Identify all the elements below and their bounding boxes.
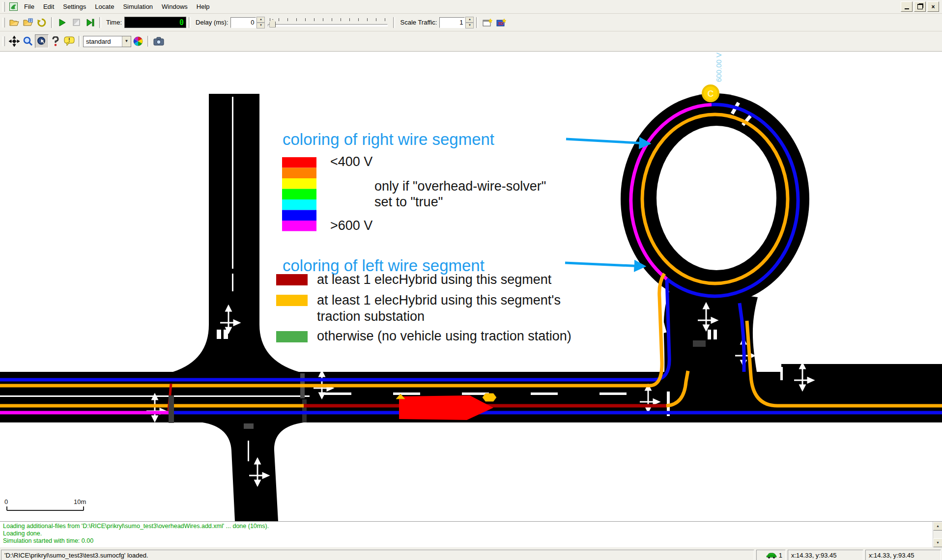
- delay-slider[interactable]: [267, 16, 389, 29]
- toolbar-grip[interactable]: [2, 36, 5, 46]
- delay-input[interactable]: 0: [230, 17, 256, 28]
- delay-label: Delay (ms):: [193, 19, 230, 26]
- minimize-icon: [905, 8, 909, 9]
- legend-swatch-substation-in-use: [276, 295, 308, 306]
- scale-traffic-input[interactable]: 1: [439, 17, 465, 28]
- scale-traffic-spinner: 1 ▲ ▼: [439, 17, 474, 28]
- camera-icon: [153, 37, 164, 46]
- loaded-config-text: 'D:\RICE\prikryl\sumo_test3\test3.sumocf…: [4, 552, 148, 559]
- menu-help[interactable]: Help: [192, 1, 214, 12]
- message-line: Simulation started with time: 0.00: [3, 537, 939, 545]
- delay-spin-down[interactable]: ▼: [257, 23, 265, 28]
- chevron-down-icon[interactable]: ▼: [122, 36, 131, 47]
- zoom-select-button[interactable]: [35, 34, 49, 48]
- new-view-icon: [483, 18, 492, 27]
- window-controls: ×: [901, 1, 941, 12]
- left-wire-legend: at least 1 elecHybrid using this segment…: [276, 272, 571, 343]
- menu-bar: File Edit Settings Locate Simulation Win…: [0, 0, 942, 14]
- legend-label-substation-in-use-2: traction substation: [317, 309, 425, 324]
- voltage-scale-swatch: [282, 210, 316, 221]
- slider-groove: [268, 24, 388, 27]
- toolbar-grip[interactable]: [2, 18, 5, 28]
- svg-text:!: !: [68, 37, 70, 43]
- reload-button[interactable]: [35, 16, 49, 29]
- new-3d-view-button[interactable]: 3D: [494, 16, 508, 29]
- scale-spin-up[interactable]: ▲: [465, 17, 474, 23]
- vertical-road-south: [202, 422, 304, 521]
- color-scheme-value: standard: [84, 37, 122, 46]
- menu-file[interactable]: File: [20, 1, 39, 12]
- menu-edit[interactable]: Edit: [39, 1, 58, 12]
- toolbar-separator: [79, 36, 81, 47]
- time-display: 0: [124, 17, 186, 28]
- open-folder-icon: [9, 19, 19, 27]
- minimize-button[interactable]: [901, 1, 913, 12]
- play-icon: [58, 19, 66, 27]
- right-wire-title: coloring of right wire segment: [283, 130, 494, 148]
- stop-button[interactable]: [69, 16, 83, 29]
- tooltip-bubble-icon: !: [64, 36, 75, 46]
- voltage-scale-swatch: [282, 157, 316, 168]
- edit-viewport-button[interactable]: [49, 34, 62, 48]
- voltage-scale-swatch: [282, 199, 316, 210]
- toolbar-separator: [189, 17, 191, 28]
- message-line: Loading done.: [3, 530, 939, 537]
- toolbar-separator: [99, 17, 101, 28]
- scale-spin-down[interactable]: ▼: [465, 23, 474, 28]
- simulation-toolbar: Time: 0 Delay (ms): 0 ▲ ▼ Scale Traffic:…: [0, 14, 942, 31]
- menu-simulation[interactable]: Simulation: [118, 1, 157, 12]
- vehicle-count-icon: [766, 552, 777, 559]
- question-mark-icon: [51, 36, 60, 46]
- east-road-widening: [781, 364, 942, 403]
- menu-locate[interactable]: Locate: [90, 1, 118, 12]
- show-tooltips-button[interactable]: !: [62, 34, 76, 48]
- legend-label-substation-in-use: at least 1 elecHybrid using this segment…: [317, 293, 561, 308]
- close-button[interactable]: ×: [927, 1, 939, 12]
- toolbar-separator: [476, 17, 478, 28]
- solver-note-line2: set to "true": [374, 195, 443, 209]
- scale-bar-end: 10m: [74, 498, 86, 505]
- message-window: Loading additional-files from 'D:\RICE\p…: [0, 521, 942, 547]
- scroll-up-button[interactable]: ▲: [933, 522, 942, 531]
- magnifier-cursor-icon: [37, 36, 47, 46]
- message-scrollbar[interactable]: ▲ ▼: [933, 522, 942, 547]
- detector-bar: [169, 395, 174, 423]
- scroll-down-button[interactable]: ▼: [933, 538, 942, 547]
- run-button[interactable]: [56, 16, 69, 29]
- app-icon: [9, 2, 18, 11]
- voltage-scale-swatch: [282, 221, 316, 231]
- vehicle-count-value: 1: [779, 552, 782, 559]
- restore-button[interactable]: [914, 1, 926, 12]
- open-config-button[interactable]: [7, 16, 21, 29]
- step-button[interactable]: [83, 16, 97, 29]
- solver-note-line1: only if "overhead-wire-solver": [374, 179, 546, 194]
- legend-label-in-use: at least 1 elecHybrid using this segment: [317, 272, 552, 287]
- simulation-canvas[interactable]: C 600.00 V coloring of right wire segmen…: [0, 52, 942, 521]
- delay-spin-up[interactable]: ▲: [257, 17, 265, 23]
- edit-coloring-button[interactable]: [131, 34, 145, 48]
- pan-arrows-icon: [9, 36, 20, 47]
- time-label: Time:: [104, 19, 124, 26]
- toolbar-grip[interactable]: [2, 2, 5, 12]
- mouse-coords-value-2: x:14.33, y:93.45: [869, 552, 914, 559]
- network-view: C 600.00 V coloring of right wire segmen…: [0, 52, 942, 521]
- restore-icon: [917, 4, 923, 9]
- new-view-button[interactable]: [481, 16, 494, 29]
- color-scheme-select[interactable]: standard ▼: [83, 36, 131, 47]
- magnifier-icon: [23, 36, 33, 46]
- open-folder-network-icon: [23, 18, 33, 27]
- zoom-button[interactable]: [21, 34, 35, 48]
- menu-settings[interactable]: Settings: [58, 1, 90, 12]
- left-wire-annotation-arrow: [565, 263, 643, 266]
- substation-glyph: C: [708, 89, 714, 99]
- menu-windows[interactable]: Windows: [157, 1, 192, 12]
- new-3d-view-label: 3D: [498, 21, 504, 26]
- snapshot-button[interactable]: [152, 34, 166, 48]
- substation-voltage-label: 600.00 V: [714, 53, 723, 82]
- voltage-scale-bottom-label: >600 V: [330, 218, 372, 233]
- toolbar-separator: [51, 17, 53, 28]
- mouse-coords-value: x:14.33, y:93.45: [791, 552, 837, 559]
- recenter-view-button[interactable]: [7, 34, 21, 48]
- vertical-road-north: [173, 94, 299, 372]
- open-network-button[interactable]: [21, 16, 35, 29]
